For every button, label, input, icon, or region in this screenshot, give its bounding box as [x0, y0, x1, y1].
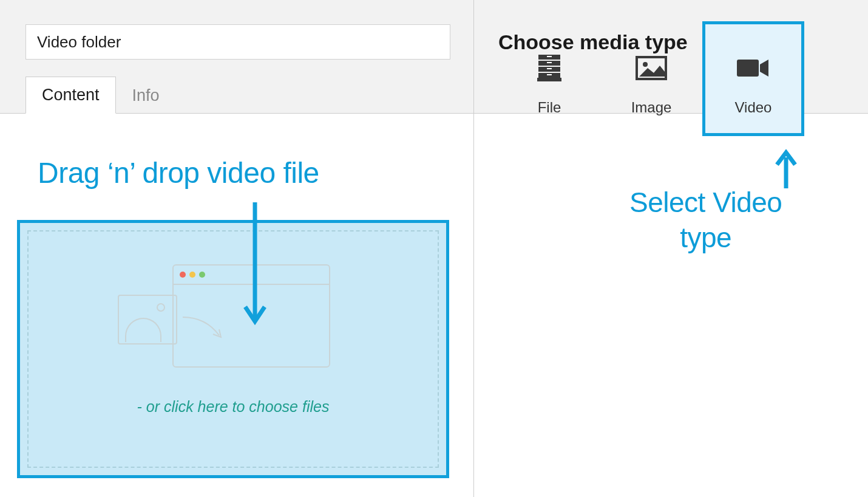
svg-point-12	[643, 62, 648, 67]
drop-zone-inner: - or click here to choose files	[27, 230, 439, 468]
media-types: File Image Video	[498, 21, 804, 136]
svg-rect-10	[547, 74, 552, 75]
file-cabinet-icon	[536, 52, 563, 84]
tab-content[interactable]: Content	[25, 77, 116, 114]
right-panel: Choose media type File	[473, 0, 868, 497]
svg-rect-9	[547, 68, 552, 69]
media-type-file[interactable]: File	[498, 21, 600, 136]
choose-files-link[interactable]: - or click here to choose files	[137, 398, 330, 416]
tab-label: Info	[132, 86, 160, 105]
media-type-image[interactable]: Image	[600, 21, 702, 136]
drop-illustration	[118, 264, 348, 374]
media-type-label: File	[538, 99, 561, 116]
tabs: Content Info	[25, 77, 176, 114]
image-icon	[636, 52, 667, 84]
media-type-label: Image	[631, 99, 672, 116]
folder-name-input[interactable]	[25, 24, 450, 60]
photo-card-icon	[118, 295, 177, 344]
svg-rect-8	[547, 62, 552, 63]
svg-rect-13	[737, 60, 759, 77]
video-camera-icon	[736, 52, 771, 84]
left-panel: Content Info Drag ‘n’ drop video file	[0, 0, 473, 497]
drop-zone[interactable]: - or click here to choose files	[17, 220, 449, 478]
svg-rect-7	[547, 56, 552, 57]
svg-rect-6	[537, 78, 561, 81]
annotation-select-text: Select Videotype	[629, 185, 782, 255]
annotation-arrow-down-icon	[243, 202, 267, 330]
media-type-label: Video	[735, 99, 772, 116]
annotation-drag-text: Drag ‘n’ drop video file	[38, 156, 319, 190]
tab-info[interactable]: Info	[116, 77, 176, 114]
tab-label: Content	[42, 86, 100, 105]
media-type-video[interactable]: Video	[702, 21, 804, 136]
content-area: Drag ‘n’ drop video file	[0, 114, 473, 497]
